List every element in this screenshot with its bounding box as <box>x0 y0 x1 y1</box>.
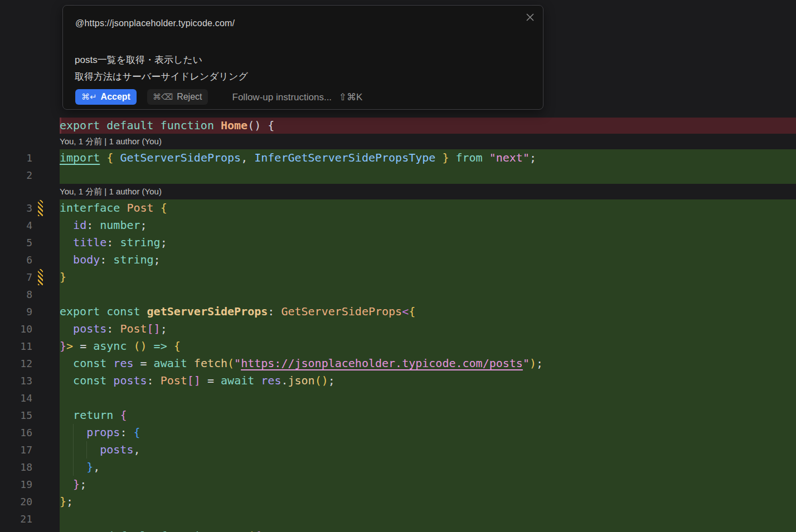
code-token: number <box>100 218 140 232</box>
accept-label: Accept <box>101 92 130 102</box>
code-line[interactable]: posts: Post[]; <box>60 320 796 338</box>
code-line[interactable]: }, <box>60 458 796 476</box>
line-number: 9 <box>26 306 32 318</box>
code-token: title <box>73 236 106 249</box>
indent-guide <box>86 441 87 458</box>
code-line[interactable] <box>60 286 796 303</box>
code-token: async <box>93 339 133 353</box>
close-button[interactable] <box>525 12 535 22</box>
line-number: 6 <box>26 254 32 266</box>
code-line[interactable] <box>60 167 796 184</box>
code-line[interactable] <box>60 510 796 528</box>
gutter-cell: 6 <box>0 251 60 269</box>
followup-instructions-button[interactable]: Follow-up instructions... ⇧⌘K <box>232 91 363 103</box>
line-number: 2 <box>26 169 32 181</box>
gutter-cell: 3 <box>0 199 60 217</box>
code-token: InferGetServerSidePropsType <box>254 151 435 164</box>
gutter-cell: 19 <box>0 476 60 493</box>
code-token <box>167 339 174 353</box>
gutter-cell: 12 <box>0 355 60 372</box>
code-line[interactable]: const posts: Post[] = await res.json(); <box>60 372 796 389</box>
gutter-cell: 14 <box>0 389 60 407</box>
line-number: 1 <box>26 152 32 164</box>
indent-guide <box>73 441 74 458</box>
blame-annotation[interactable]: You, 1 分前 | 1 author (You) <box>60 134 796 149</box>
code-line-row: 17 posts, <box>0 441 796 458</box>
code-token: "next" <box>489 151 530 164</box>
code-token: : <box>120 426 133 439</box>
gutter-cell: 17 <box>0 441 60 458</box>
code-line[interactable]: }; <box>60 476 796 493</box>
accept-button[interactable]: ⌘↵ Accept <box>75 89 137 105</box>
code-token: => <box>154 339 167 353</box>
code-token: , <box>241 151 254 164</box>
shift-cmd-k-shortcut: ⇧⌘K <box>339 92 363 103</box>
code-line[interactable]: } <box>60 269 796 286</box>
context-mention: @https://jsonplaceholder.typicode.com/ <box>75 18 235 28</box>
gutter-cell: 5 <box>0 234 60 251</box>
code-line-row: 15 return { <box>0 407 796 424</box>
indent-guide <box>73 424 74 441</box>
code-line[interactable]: title: string; <box>60 234 796 251</box>
code-token: ; <box>66 495 73 508</box>
code-token: } <box>60 339 66 353</box>
code-line-row: 20}; <box>0 493 796 510</box>
code-line[interactable]: posts, <box>60 441 796 458</box>
gutter-cell: 15 <box>0 407 60 424</box>
code-token <box>60 408 73 422</box>
code-token <box>60 357 73 370</box>
code-line[interactable]: export default function Home({ <box>60 528 796 532</box>
code-token: GetServerSideProps <box>281 305 402 318</box>
code-token: ; <box>161 322 167 335</box>
code-token <box>60 374 73 387</box>
code-token: Post <box>127 201 160 214</box>
reject-button[interactable]: ⌘⌫ Reject <box>147 89 208 105</box>
deleted-code-line[interactable]: export default function Home() { <box>60 118 796 134</box>
code-token: () <box>315 374 328 387</box>
code-token <box>60 322 73 335</box>
code-token: ; <box>140 218 147 232</box>
code-line[interactable]: interface Post { <box>60 199 796 217</box>
code-line-row: 2 <box>0 167 796 184</box>
gutter-cell: 1 <box>0 149 60 167</box>
code-token: { <box>174 339 181 353</box>
line-number: 3 <box>26 202 32 214</box>
line-number: 17 <box>20 444 32 456</box>
code-token <box>113 151 120 164</box>
code-token: from <box>455 151 482 164</box>
code-token: await <box>154 357 194 370</box>
code-line[interactable]: }> = async () => { <box>60 338 796 355</box>
line-number: 12 <box>20 358 32 369</box>
code-token: string <box>113 253 153 266</box>
code-line[interactable]: props: { <box>60 424 796 441</box>
cmd-enter-shortcut: ⌘↵ <box>81 92 97 102</box>
code-line[interactable] <box>60 389 796 407</box>
blame-annotation-row: You, 1 分前 | 1 author (You) <box>0 134 796 149</box>
code-token: () { <box>247 119 274 132</box>
code-token: : <box>106 322 120 335</box>
code-token: props <box>86 426 120 439</box>
blame-annotation[interactable]: You, 1 分前 | 1 author (You) <box>60 184 796 199</box>
gutter-cell: 11 <box>0 338 60 355</box>
code-line[interactable]: export const getServerSideProps: GetServ… <box>60 303 796 320</box>
followup-label: Follow-up instructions... <box>232 92 332 103</box>
code-line-row: 16 props: { <box>0 424 796 441</box>
code-line-row: 11}> = async () => { <box>0 338 796 355</box>
code-token <box>483 151 489 164</box>
code-token: : <box>86 218 100 232</box>
code-token: } <box>60 270 66 284</box>
code-line[interactable]: }; <box>60 493 796 510</box>
close-icon <box>526 13 535 22</box>
line-number: 20 <box>20 496 32 507</box>
reject-label: Reject <box>177 92 202 102</box>
code-token: string <box>120 236 160 249</box>
code-token <box>449 151 455 164</box>
code-line-row: 7} <box>0 269 796 286</box>
code-line[interactable]: body: string; <box>60 251 796 269</box>
code-line[interactable]: const res = await fetch("https://jsonpla… <box>60 355 796 372</box>
code-line-row: 9export const getServerSideProps: GetSer… <box>0 303 796 320</box>
code-token <box>60 477 73 491</box>
code-line[interactable]: id: number; <box>60 217 796 234</box>
code-line[interactable]: import { GetServerSideProps, InferGetSer… <box>60 149 796 167</box>
code-line[interactable]: return { <box>60 407 796 424</box>
